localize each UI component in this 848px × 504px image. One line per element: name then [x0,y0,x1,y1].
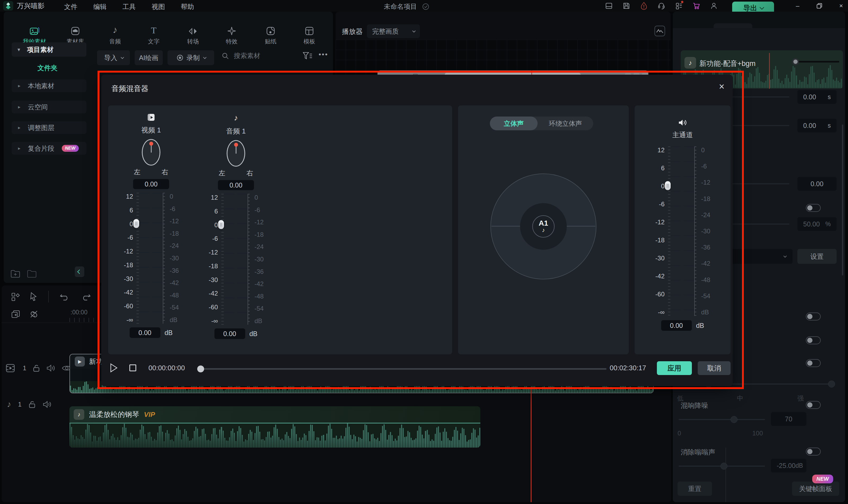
volume-fader[interactable]: 1260-6-12-18-30-42-60-∞ 0-6-12-18-24-30-… [207,194,264,325]
sidebar-item-cloud[interactable]: ▸ 云空间 [12,101,86,113]
select-tool-icon[interactable] [29,292,38,301]
toggle-denoise-2[interactable] [806,336,821,344]
seek-slider[interactable] [198,368,606,370]
field-row1[interactable]: 0.00s [797,90,836,104]
ai-paint-button[interactable]: AI绘画 [135,50,163,65]
lock-open-icon[interactable] [33,364,40,372]
menu-view[interactable]: 视图 [151,1,166,12]
cart-icon[interactable] [692,1,701,10]
volume-value-field[interactable]: 0.00 [214,328,245,339]
reverb-value-field[interactable]: 70 [771,412,807,426]
settings-button[interactable]: 设置 [797,249,836,264]
fader-handle[interactable] [133,219,139,228]
toggle-row[interactable] [806,204,821,212]
reverb-slider[interactable] [679,419,765,420]
tab-templates[interactable]: 模板 [291,25,328,46]
folder-icon[interactable] [27,270,37,278]
quality-dropdown[interactable]: 完整画质 [367,24,420,38]
hum-slider-handle[interactable] [721,463,727,470]
redo-icon[interactable] [81,292,91,301]
tab-text[interactable]: T 文字 [135,25,172,46]
caret-right-icon[interactable]: ▸ [18,83,20,89]
field-row4[interactable]: 50.00% [797,217,836,231]
speaker-icon[interactable] [46,364,55,372]
field-row3[interactable]: 0.00 [797,177,836,191]
caret-right-icon[interactable]: ▸ [18,125,20,130]
unlink-icon[interactable] [29,310,39,319]
render-preview-icon[interactable] [654,25,666,37]
import-button[interactable]: 导入 [97,50,130,65]
mode-surround[interactable]: 环绕立体声 [538,116,593,130]
play-button[interactable] [109,363,118,373]
timeline-playhead[interactable] [531,387,532,502]
tab-transition[interactable]: 转场 [174,25,211,46]
caret-down-icon[interactable]: ▾ [17,46,20,53]
pan-source-a1[interactable]: A1 ♪ [532,215,555,237]
volume-fader[interactable]: 1260-6-12-18-30-42-60-∞ 0-6-12-18-24-30-… [122,193,180,324]
search-input[interactable]: 搜索素材 [222,51,260,60]
menu-tools[interactable]: 工具 [122,1,136,12]
duplicate-icon[interactable] [11,310,20,319]
reverb-slider-handle[interactable] [730,416,738,423]
timeline-layout-icon[interactable] [11,292,20,301]
caret-right-icon[interactable]: ▸ [18,145,20,151]
sidebar-item-local-media[interactable]: ▸ 本地素材 [12,79,86,92]
lock-open-icon[interactable] [28,400,36,409]
seek-handle[interactable] [197,365,204,372]
caret-right-icon[interactable]: ▸ [18,104,20,110]
master-volume-field[interactable]: 0.00 [661,320,692,331]
speaker-icon[interactable] [43,400,52,408]
pan-value-field[interactable]: 0.00 [218,180,254,190]
minimize-button[interactable]: – [793,2,802,10]
sidebar-item-compound-clip[interactable]: ▸ 复合片段 NEW [12,142,86,155]
apps-grid-icon[interactable] [674,1,683,10]
layout-icon[interactable] [604,1,613,10]
strength-handle-high[interactable] [828,381,835,388]
audio-clip[interactable]: ♪ 温柔放松的钢琴 VIP [69,406,480,448]
support-headset-icon[interactable] [657,1,666,10]
restore-button[interactable] [815,3,824,9]
pan-knob[interactable] [227,140,245,167]
alert-icon[interactable] [639,1,648,10]
menu-edit[interactable]: 编辑 [93,1,107,12]
undo-icon[interactable] [59,292,69,301]
pan-knob[interactable] [142,139,160,165]
tab-audio[interactable]: ♪ 音频 [97,25,134,46]
tab-stickers[interactable]: 贴纸 [252,25,289,46]
field-row2[interactable]: 0.00s [797,119,836,132]
clip-volume-slider[interactable] [794,61,839,62]
save-icon[interactable] [622,1,631,10]
tab-effects[interactable]: 特效 [213,25,250,46]
cancel-button[interactable]: 取消 [698,361,730,375]
hum-value-field[interactable]: -25.00dB [771,459,807,472]
toggle-denoise-1[interactable] [806,312,821,321]
stop-button[interactable] [129,364,136,371]
master-fader[interactable]: 1260-6-12-18-30-42-60-∞ 0-6-12-18-24-30-… [654,146,711,316]
pan-value-field[interactable]: 0.00 [133,179,169,189]
fader-handle[interactable] [218,220,224,229]
sidebar-item-adjustment-layer[interactable]: ▸ 调整图层 [12,121,86,134]
toggle-denoise-3[interactable] [806,359,821,367]
menu-help[interactable]: 帮助 [180,1,194,12]
close-button[interactable]: × [836,2,846,10]
menu-file[interactable]: 文件 [64,1,78,12]
toggle-reverb-denoise[interactable] [806,401,821,409]
mode-stereo[interactable]: 立体声 [490,116,538,130]
dialog-close-icon[interactable]: × [719,81,725,92]
toggle-hum-removal[interactable] [806,448,821,455]
record-button[interactable]: 录制 [168,50,214,65]
collapse-sidebar-button[interactable] [75,267,84,277]
scrollbar[interactable] [842,125,843,275]
new-folder-icon[interactable] [11,270,20,278]
sidebar-item-project-media[interactable]: ▾ 项目素材 [12,42,86,57]
volume-value-field[interactable]: 0.00 [129,327,160,338]
sidebar-item-folder[interactable]: 文件夹 [4,64,91,72]
fader-handle[interactable] [665,181,671,190]
user-icon[interactable] [709,1,719,10]
filter-icon[interactable] [302,51,313,60]
apply-button[interactable]: 应用 [657,361,692,375]
reset-button[interactable]: 重置 [678,482,712,496]
keyframe-panel-button[interactable]: 关键帧面板 [792,482,839,496]
clip-volume-handle[interactable] [792,58,799,65]
more-options-button[interactable]: ••• [318,50,328,58]
